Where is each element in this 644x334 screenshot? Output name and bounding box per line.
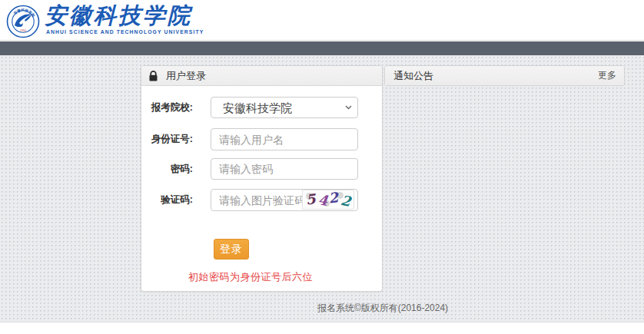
notice-panel-title: 通知公告 xyxy=(393,69,433,83)
registration-login-page: 安徽科技学院 1950 安徽科技学院 ANHUI SCIENCE AND TEC… xyxy=(0,0,644,334)
initial-password-hint: 初始密码为身份证号后六位 xyxy=(188,270,313,284)
captcha-image[interactable]: 5 4 2 2 xyxy=(302,190,354,210)
more-link[interactable]: 更多 xyxy=(598,69,616,82)
login-panel: 用户登录 报考院校: 安徽科技学院 身份证号: 密码: 验证码: 5 4 2 2… xyxy=(141,65,383,292)
id-label: 身份证号: xyxy=(141,128,193,150)
login-panel-header: 用户登录 xyxy=(141,66,382,86)
password-input[interactable] xyxy=(211,158,358,180)
captcha-label: 验证码: xyxy=(141,189,193,210)
captcha-digit: 5 xyxy=(305,190,317,209)
school-select[interactable]: 安徽科技学院 xyxy=(211,97,358,118)
university-name-cn: 安徽科技学院 xyxy=(45,3,204,28)
university-seal-icon: 安徽科技学院 1950 xyxy=(6,5,40,38)
captcha-digit: 2 xyxy=(327,190,340,208)
login-button[interactable]: 登录 xyxy=(214,239,249,260)
logo-text: 安徽科技学院 ANHUI SCIENCE AND TECHNOLOGY UNIV… xyxy=(45,3,204,35)
lock-icon xyxy=(149,71,158,81)
notice-panel: 通知公告 更多 xyxy=(384,65,625,86)
username-input[interactable] xyxy=(211,128,358,150)
login-panel-title: 用户登录 xyxy=(166,69,206,83)
site-header: 安徽科技学院 1950 安徽科技学院 ANHUI SCIENCE AND TEC… xyxy=(0,0,644,41)
seal-year: 1950 xyxy=(20,29,26,32)
footer-strip xyxy=(0,322,644,334)
password-label: 密码: xyxy=(141,158,193,180)
university-logo: 安徽科技学院 1950 安徽科技学院 ANHUI SCIENCE AND TEC… xyxy=(6,3,204,38)
school-label: 报考院校: xyxy=(141,97,193,118)
copyright-text: 报名系统©版权所有(2016-2024) xyxy=(141,302,625,315)
top-navbar xyxy=(0,41,644,55)
university-name-en: ANHUI SCIENCE AND TECHNOLOGY UNIVERSITY xyxy=(46,29,204,35)
notice-panel-header: 通知公告 更多 xyxy=(385,66,624,85)
